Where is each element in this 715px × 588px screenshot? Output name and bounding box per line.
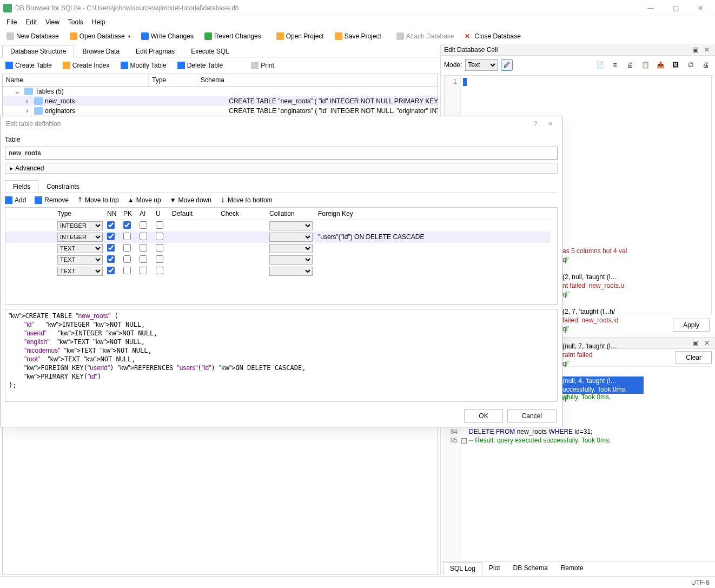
- tab-fields[interactable]: Fields: [5, 180, 38, 193]
- ai-checkbox[interactable]: [140, 255, 147, 263]
- nn-checkbox[interactable]: [107, 244, 115, 252]
- tree-header-schema[interactable]: Schema: [197, 74, 438, 86]
- field-row[interactable]: TEXT: [5, 266, 551, 277]
- apply-button[interactable]: Apply: [673, 319, 710, 332]
- tree-row-originators[interactable]: › originators CREATE TABLE "originators"…: [3, 106, 438, 116]
- ok-button[interactable]: OK: [464, 409, 502, 422]
- save-project-button[interactable]: Save Project: [330, 31, 386, 42]
- log-pane-undock-icon[interactable]: ▣: [690, 339, 700, 347]
- cancel-button[interactable]: Cancel: [507, 409, 557, 422]
- cell-print-icon[interactable]: 🖨: [624, 59, 636, 71]
- cell-mode-select[interactable]: Text: [465, 59, 498, 71]
- menu-edit[interactable]: Edit: [21, 17, 41, 28]
- nn-checkbox[interactable]: [107, 255, 115, 263]
- open-db-dropdown-icon[interactable]: ▾: [128, 34, 130, 39]
- pk-checkbox[interactable]: [123, 267, 131, 274]
- cell-image-icon[interactable]: 🖼: [670, 59, 681, 71]
- maximize-button[interactable]: ▢: [663, 0, 688, 16]
- field-type-select[interactable]: TEXT: [57, 244, 103, 253]
- tab-plot[interactable]: Plot: [482, 562, 507, 575]
- minimize-button[interactable]: —: [638, 0, 663, 16]
- tree-twisty-closed-icon[interactable]: ›: [20, 97, 34, 105]
- collation-select[interactable]: [269, 233, 313, 242]
- menu-view[interactable]: View: [41, 17, 64, 28]
- header-fk[interactable]: Foreign Key: [316, 208, 551, 220]
- field-row[interactable]: INTEGER"users"("id") ON DELETE CASCADE: [5, 232, 551, 243]
- tab-sql-log[interactable]: SQL Log: [443, 562, 482, 575]
- move-up-button[interactable]: ▲Move up: [128, 196, 161, 204]
- u-checkbox[interactable]: [156, 233, 163, 240]
- field-type-select[interactable]: INTEGER: [57, 233, 103, 242]
- close-button[interactable]: ✕: [688, 0, 713, 16]
- clear-log-button[interactable]: Clear: [676, 351, 712, 364]
- nn-checkbox[interactable]: [107, 267, 115, 274]
- tab-db-schema[interactable]: DB Schema: [507, 562, 554, 575]
- ai-checkbox[interactable]: [140, 267, 147, 274]
- header-name[interactable]: [5, 208, 55, 220]
- remove-field-button[interactable]: Remove: [35, 196, 69, 204]
- field-row[interactable]: INTEGER: [5, 220, 551, 232]
- pk-checkbox[interactable]: [123, 244, 131, 252]
- create-index-button[interactable]: Create Index: [61, 61, 112, 70]
- collation-select[interactable]: [269, 267, 313, 276]
- move-bottom-button[interactable]: ⤓Move to bottom: [220, 196, 273, 204]
- tab-edit-pragmas[interactable]: Edit Pragmas: [128, 45, 183, 58]
- pk-checkbox[interactable]: [123, 255, 131, 263]
- header-default[interactable]: Default: [170, 208, 219, 220]
- tree-row-new_roots[interactable]: › new_roots CREATE TABLE "new_roots" ( "…: [3, 96, 438, 106]
- menu-tools[interactable]: Tools: [64, 17, 88, 28]
- cell-export-icon[interactable]: 📤: [654, 59, 666, 71]
- ai-checkbox[interactable]: [140, 244, 147, 252]
- tree-root-tables[interactable]: ⌄ Tables (5): [3, 87, 438, 96]
- modify-table-button[interactable]: Modify Table: [118, 61, 169, 70]
- field-type-select[interactable]: INTEGER: [57, 221, 103, 230]
- cell-format-text-icon[interactable]: 📄: [594, 59, 606, 71]
- revert-changes-button[interactable]: Revert Changes: [200, 31, 266, 42]
- collation-select[interactable]: [269, 221, 313, 230]
- header-type[interactable]: Type: [55, 208, 105, 220]
- move-top-button[interactable]: ⤒Move to top: [77, 196, 119, 204]
- tree-header-name[interactable]: Name: [3, 74, 149, 86]
- dialog-help-icon[interactable]: ?: [528, 120, 543, 128]
- field-row[interactable]: TEXT: [5, 254, 551, 266]
- table-name-field[interactable]: [5, 147, 558, 160]
- attach-database-button[interactable]: Attach Database: [392, 31, 459, 42]
- tab-database-structure[interactable]: Database Structure: [2, 45, 74, 58]
- tab-constraints[interactable]: Constraints: [38, 180, 88, 193]
- dialog-close-icon[interactable]: ✕: [545, 120, 557, 128]
- tree-twisty-open-icon[interactable]: ⌄: [10, 88, 24, 95]
- delete-table-button[interactable]: Delete Table: [175, 61, 226, 70]
- cell-print2-icon[interactable]: 🖨: [700, 59, 712, 71]
- tree-twisty-closed-icon[interactable]: ›: [20, 107, 34, 115]
- u-checkbox[interactable]: [156, 244, 163, 252]
- fields-grid[interactable]: Type NN PK AI U Default Check Collation …: [5, 207, 558, 305]
- pk-checkbox[interactable]: [123, 233, 131, 240]
- tab-browse-data[interactable]: Browse Data: [74, 45, 128, 58]
- ai-checkbox[interactable]: [140, 221, 147, 229]
- header-ai[interactable]: AI: [137, 208, 154, 220]
- header-collation[interactable]: Collation: [267, 208, 316, 220]
- field-row[interactable]: TEXT: [5, 243, 551, 254]
- field-type-select[interactable]: TEXT: [57, 267, 103, 276]
- cell-import-button[interactable]: 🖉: [501, 59, 513, 71]
- log-pane-close-icon[interactable]: ✕: [702, 339, 712, 347]
- new-database-button[interactable]: New Database: [2, 31, 63, 42]
- print-button[interactable]: Print: [249, 61, 276, 70]
- close-database-button[interactable]: ✕Close Database: [460, 31, 525, 42]
- ai-checkbox[interactable]: [140, 233, 147, 240]
- advanced-toggle[interactable]: ▸Advanced: [5, 163, 558, 174]
- header-u[interactable]: U: [154, 208, 170, 220]
- open-database-button[interactable]: Open Database▾: [65, 31, 135, 42]
- cell-pane-undock-icon[interactable]: ▣: [690, 46, 700, 54]
- create-table-button[interactable]: Create Table: [3, 61, 54, 70]
- pk-checkbox[interactable]: [123, 221, 131, 229]
- cell-copy-icon[interactable]: 📋: [639, 59, 651, 71]
- u-checkbox[interactable]: [156, 267, 163, 274]
- cell-indent-icon[interactable]: ≡: [609, 59, 621, 71]
- field-type-select[interactable]: TEXT: [57, 255, 103, 265]
- tab-execute-sql[interactable]: Execute SQL: [183, 45, 237, 58]
- menu-help[interactable]: Help: [88, 17, 110, 28]
- tab-remote[interactable]: Remote: [554, 562, 590, 575]
- header-check[interactable]: Check: [219, 208, 267, 220]
- u-checkbox[interactable]: [156, 255, 163, 263]
